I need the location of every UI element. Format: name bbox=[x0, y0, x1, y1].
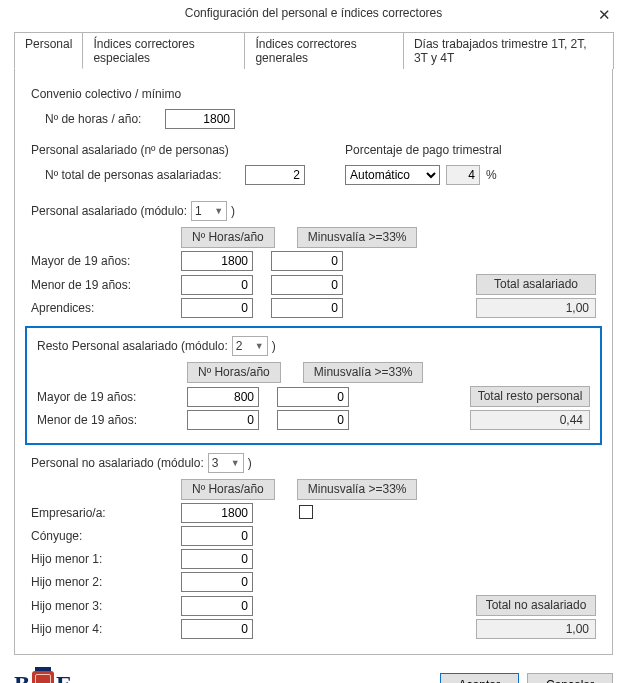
combo-mod3[interactable]: 3 ▼ bbox=[208, 453, 244, 473]
header-total-resto: Total resto personal bbox=[470, 386, 590, 407]
input-mod1-mayor19-horas[interactable] bbox=[181, 251, 253, 271]
tab-strip: Personal Índices correctores especiales … bbox=[14, 32, 613, 69]
input-mod3-hijo4-horas[interactable] bbox=[181, 619, 253, 639]
label-mod3-hijo2: Hijo menor 2: bbox=[31, 575, 181, 589]
section-mod2: Resto Personal asalariado (módulo: 2 ▼ ) bbox=[37, 336, 590, 356]
label-mod1-mayor19: Mayor de 19 años: bbox=[31, 254, 181, 268]
input-mod1-menor19-minus[interactable] bbox=[271, 275, 343, 295]
combo-mod2[interactable]: 2 ▼ bbox=[232, 336, 268, 356]
label-total-personas: Nº total de personas asalariadas: bbox=[45, 168, 245, 182]
tab-dias-trabajados[interactable]: Días trabajados trimestre 1T, 2T, 3T y 4… bbox=[403, 32, 614, 69]
label-mod3-hijo3: Hijo menor 3: bbox=[31, 599, 181, 613]
label-mod3-hijo4: Hijo menor 4: bbox=[31, 622, 181, 636]
titlebar: Configuración del personal e índices cor… bbox=[0, 0, 627, 28]
header-horas-mod1: Nº Horas/año bbox=[181, 227, 275, 248]
chevron-down-icon: ▼ bbox=[255, 341, 264, 351]
select-pago-trimestral[interactable]: Automático bbox=[345, 165, 440, 185]
tab-indices-especiales[interactable]: Índices correctores especiales bbox=[82, 32, 245, 69]
header-minus-mod2: Minusvalía >=33% bbox=[303, 362, 424, 383]
section-pago-trimestral: Porcentaje de pago trimestral bbox=[345, 143, 502, 157]
input-mod1-aprendices-horas[interactable] bbox=[181, 298, 253, 318]
input-mod1-mayor19-minus[interactable] bbox=[271, 251, 343, 271]
label-mod2-menor19: Menor de 19 años: bbox=[37, 413, 187, 427]
input-mod1-menor19-horas[interactable] bbox=[181, 275, 253, 295]
label-mod3-conyuge: Cónyuge: bbox=[31, 529, 181, 543]
combo-mod1[interactable]: 1 ▼ bbox=[191, 201, 227, 221]
label-pct-sign: % bbox=[486, 168, 497, 182]
close-icon[interactable]: ✕ bbox=[590, 4, 619, 26]
input-pago-pct bbox=[446, 165, 480, 185]
value-total-resto: 0,44 bbox=[470, 410, 590, 430]
input-total-personas[interactable] bbox=[245, 165, 305, 185]
tab-panel-personal: Convenio colectivo / mínimo Nº de horas … bbox=[14, 68, 613, 655]
label-mod3-empresario: Empresario/a: bbox=[31, 506, 181, 520]
boe-logo: B E bbox=[14, 671, 72, 683]
section-mod1: Personal asalariado (módulo: 1 ▼ ) bbox=[31, 201, 596, 221]
label-mod2-mayor19: Mayor de 19 años: bbox=[37, 390, 187, 404]
input-mod3-empresario-horas[interactable] bbox=[181, 503, 253, 523]
input-mod3-hijo2-horas[interactable] bbox=[181, 572, 253, 592]
tab-indices-generales[interactable]: Índices correctores generales bbox=[244, 32, 404, 69]
tab-personal[interactable]: Personal bbox=[14, 32, 83, 69]
header-minus-mod1: Minusvalía >=33% bbox=[297, 227, 418, 248]
input-horas-anio[interactable] bbox=[165, 109, 235, 129]
input-mod1-aprendices-minus[interactable] bbox=[271, 298, 343, 318]
chevron-down-icon: ▼ bbox=[231, 458, 240, 468]
input-mod2-menor19-minus[interactable] bbox=[277, 410, 349, 430]
input-mod3-hijo3-horas[interactable] bbox=[181, 596, 253, 616]
highlight-resto-personal: Resto Personal asalariado (módulo: 2 ▼ )… bbox=[25, 326, 602, 445]
window-title: Configuración del personal e índices cor… bbox=[185, 6, 442, 20]
cancel-button[interactable]: Cancelar bbox=[527, 673, 613, 684]
accept-button[interactable]: Aceptar bbox=[440, 673, 519, 684]
checkbox-empresario-minus[interactable] bbox=[299, 505, 313, 519]
label-mod1-menor19: Menor de 19 años: bbox=[31, 278, 181, 292]
input-mod2-mayor19-minus[interactable] bbox=[277, 387, 349, 407]
crest-icon bbox=[32, 671, 54, 683]
label-mod1-aprendices: Aprendices: bbox=[31, 301, 181, 315]
header-minus-mod3: Minusvalía >=33% bbox=[297, 479, 418, 500]
header-total-asalariado: Total asalariado bbox=[476, 274, 596, 295]
header-horas-mod3: Nº Horas/año bbox=[181, 479, 275, 500]
value-total-no-asalariado: 1,00 bbox=[476, 619, 596, 639]
chevron-down-icon: ▼ bbox=[214, 206, 223, 216]
input-mod3-hijo1-horas[interactable] bbox=[181, 549, 253, 569]
label-horas-anio: Nº de horas / año: bbox=[45, 112, 165, 126]
dialog-window: Configuración del personal e índices cor… bbox=[0, 0, 627, 683]
input-mod3-conyuge-horas[interactable] bbox=[181, 526, 253, 546]
header-horas-mod2: Nº Horas/año bbox=[187, 362, 281, 383]
section-convenio: Convenio colectivo / mínimo bbox=[31, 87, 596, 101]
value-total-asalariado: 1,00 bbox=[476, 298, 596, 318]
header-total-no-asalariado: Total no asalariado bbox=[476, 595, 596, 616]
section-mod3: Personal no asalariado (módulo: 3 ▼ ) bbox=[31, 453, 596, 473]
label-mod3-hijo1: Hijo menor 1: bbox=[31, 552, 181, 566]
footer: B E Aceptar Cancelar bbox=[0, 665, 627, 683]
input-mod2-menor19-horas[interactable] bbox=[187, 410, 259, 430]
section-asalariado-personas: Personal asalariado (nº de personas) bbox=[31, 143, 305, 157]
input-mod2-mayor19-horas[interactable] bbox=[187, 387, 259, 407]
